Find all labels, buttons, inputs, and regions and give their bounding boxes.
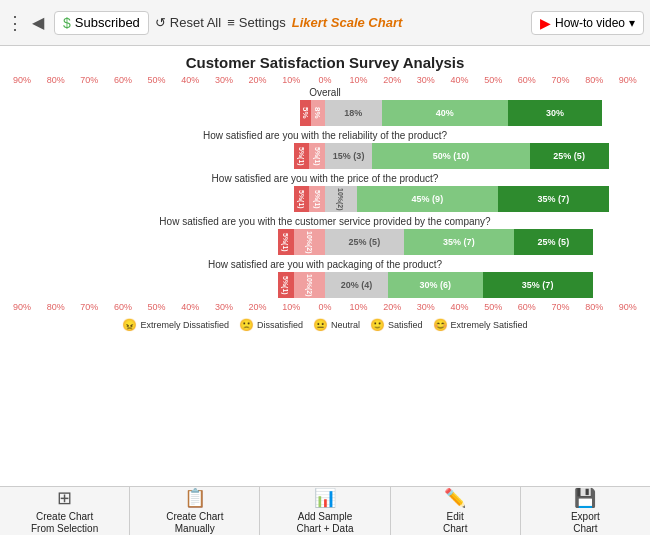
bars-packaging: 10%(2) 5%(1) 20% (4) 30% (6) 35% (7) (10, 272, 640, 298)
export-chart-button[interactable]: 💾 ExportChart (521, 487, 650, 535)
reset-button[interactable]: ↺ Reset All (155, 15, 221, 30)
legend: 😠 Extremely Dissatisfied 🙁 Dissatisfied … (10, 318, 640, 332)
question-packaging: How satisfied are you with packaging of … (10, 259, 640, 270)
chart-section-packaging: How satisfied are you with packaging of … (10, 259, 640, 298)
dis-label: Dissatisfied (257, 320, 303, 330)
ext-sat-face-icon: 😊 (433, 318, 448, 332)
axis-top: 90% 80% 70% 60% 50% 40% 30% 20% 10% 0% 1… (10, 75, 640, 87)
chart-section-reliability: How satisfied are you with the reliabili… (10, 130, 640, 169)
question-service: How satisfied are you with the customer … (10, 216, 640, 227)
reset-icon: ↺ (155, 15, 166, 30)
create-manually-label: Create ChartManually (166, 511, 223, 535)
chart-title: Customer Satisfaction Survey Analysis (10, 54, 640, 71)
ext-sat-label: Extremely Satisfied (451, 320, 528, 330)
ext-sat-bar-price: 35% (7) (498, 186, 608, 212)
ext-sat-bar-service: 25% (5) (514, 229, 593, 255)
menu-dots[interactable]: ⋮ (6, 12, 22, 34)
ext-sat-bar-reliability: 25% (5) (530, 143, 609, 169)
ext-dis-label: Extremely Dissatisfied (140, 320, 229, 330)
add-sample-label: Add SampleChart + Data (297, 511, 354, 535)
bars-reliability: 5%(1) 5%(1) 15% (3) 50% (10) 25% (5) (10, 143, 640, 169)
create-manually-icon: 📋 (184, 487, 206, 509)
dis-bar-overall: 8% (311, 100, 325, 126)
back-button[interactable]: ◀ (28, 11, 48, 34)
neu-bar-service: 25% (5) (325, 229, 404, 255)
ext-sat-bar-packaging: 35% (7) (483, 272, 593, 298)
neu-bar-price: 10%(2) (325, 186, 357, 212)
neu-face-icon: 😐 (313, 318, 328, 332)
export-chart-icon: 💾 (574, 487, 596, 509)
dis-bar-packaging: 10%(2) (294, 272, 326, 298)
legend-ext-dis: 😠 Extremely Dissatisfied (122, 318, 229, 332)
chart-section-service: How satisfied are you with the customer … (10, 216, 640, 255)
bars-overall: 8% 5% 18% 40% 30% (10, 100, 640, 126)
sat-bar-price: 45% (9) (357, 186, 499, 212)
chart-section-overall: Overall 8% 5% 18% 40% 30% (10, 87, 640, 126)
dis-bar-price: 5%(1) (309, 186, 325, 212)
chart-type-link[interactable]: Likert Scale Chart (292, 15, 403, 30)
create-from-selection-label: Create ChartFrom Selection (31, 511, 98, 535)
neu-bar-reliability: 15% (3) (325, 143, 372, 169)
chart-area: Customer Satisfaction Survey Analysis 90… (0, 46, 650, 486)
ext-dis-bar-overall: 5% (300, 100, 311, 126)
question-overall: Overall (10, 87, 640, 98)
bars-service: 10%(2) 5%(1) 25% (5) 35% (7) 25% (5) (10, 229, 640, 255)
settings-label: Settings (239, 15, 286, 30)
sat-bar-service: 35% (7) (404, 229, 514, 255)
create-from-selection-button[interactable]: ⊞ Create ChartFrom Selection (0, 487, 130, 535)
legend-sat: 🙂 Satisfied (370, 318, 423, 332)
sat-bar-reliability: 50% (10) (372, 143, 530, 169)
legend-dis: 🙁 Dissatisfied (239, 318, 303, 332)
howto-dropdown-icon: ▾ (629, 16, 635, 30)
subscribed-icon: $ (63, 15, 71, 31)
settings-button[interactable]: ≡ Settings (227, 15, 286, 30)
subscribed-button[interactable]: $ Subscribed (54, 11, 149, 35)
ext-dis-bar-price: 5%(1) (294, 186, 310, 212)
legend-neu: 😐 Neutral (313, 318, 360, 332)
edit-chart-button[interactable]: ✏️ EditChart (391, 487, 521, 535)
ext-dis-bar-service: 5%(1) (278, 229, 294, 255)
dis-bar-service: 10%(2) (294, 229, 326, 255)
bars-price: 5%(1) 5%(1) 10%(2) 45% (9) 35% (7) (10, 186, 640, 212)
ext-dis-bar-packaging: 5%(1) (278, 272, 294, 298)
header: ⋮ ◀ $ Subscribed ↺ Reset All ≡ Settings … (0, 0, 650, 46)
settings-icon: ≡ (227, 15, 235, 30)
dis-bar-reliability: 5%(1) (309, 143, 325, 169)
add-sample-icon: 📊 (314, 487, 336, 509)
sat-bar-overall: 40% (382, 100, 508, 126)
axis-bottom: 90% 80% 70% 60% 50% 40% 30% 20% 10% 0% 1… (10, 302, 640, 314)
chart-section-price: How satisfied are you with the price of … (10, 173, 640, 212)
add-sample-button[interactable]: 📊 Add SampleChart + Data (260, 487, 390, 535)
neu-label: Neutral (331, 320, 360, 330)
ext-dis-face-icon: 😠 (122, 318, 137, 332)
sat-label: Satisfied (388, 320, 423, 330)
export-chart-label: ExportChart (571, 511, 600, 535)
neu-bar-overall: 18% (325, 100, 382, 126)
dis-face-icon: 🙁 (239, 318, 254, 332)
reset-label: Reset All (170, 15, 221, 30)
question-reliability: How satisfied are you with the reliabili… (10, 130, 640, 141)
youtube-icon: ▶ (540, 15, 551, 31)
neu-bar-packaging: 20% (4) (325, 272, 388, 298)
edit-chart-label: EditChart (443, 511, 467, 535)
legend-ext-sat: 😊 Extremely Satisfied (433, 318, 528, 332)
create-manually-button[interactable]: 📋 Create ChartManually (130, 487, 260, 535)
edit-chart-icon: ✏️ (444, 487, 466, 509)
sat-bar-packaging: 30% (6) (388, 272, 483, 298)
ext-sat-bar-overall: 30% (508, 100, 603, 126)
ext-dis-bar-reliability: 5%(1) (294, 143, 310, 169)
create-from-selection-icon: ⊞ (57, 487, 72, 509)
subscribed-label: Subscribed (75, 15, 140, 30)
sat-face-icon: 🙂 (370, 318, 385, 332)
question-price: How satisfied are you with the price of … (10, 173, 640, 184)
footer: ⊞ Create ChartFrom Selection 📋 Create Ch… (0, 486, 650, 535)
howto-label: How-to video (555, 16, 625, 30)
howto-button[interactable]: ▶ How-to video ▾ (531, 11, 644, 35)
